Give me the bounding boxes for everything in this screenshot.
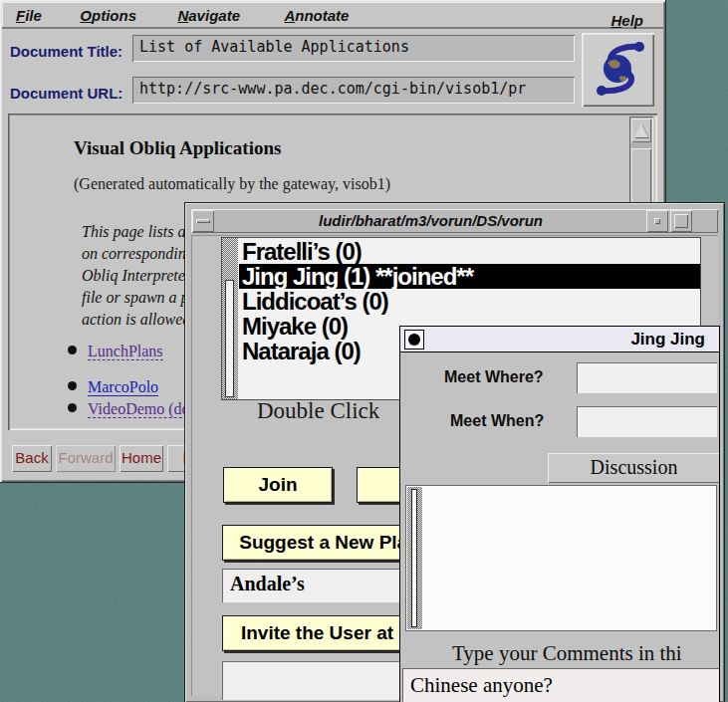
menu-navigate[interactable]: Navigate	[177, 7, 240, 24]
window-title: ludir/bharat/m3/vorun/DS/vorun	[319, 212, 543, 229]
list-item-jingjing-selected[interactable]: Jing Jing (1) **joined**	[239, 264, 700, 289]
comments-textarea[interactable]: Chinese anyone?	[402, 668, 720, 702]
menu-options[interactable]: Options	[80, 7, 136, 24]
browser-menubar: File Options Navigate Annotate Help	[2, 2, 663, 29]
invite-user-button[interactable]: Invite the User at H	[222, 615, 421, 651]
join-button[interactable]: Join	[223, 467, 333, 503]
jingjing-title: Jing Jing	[630, 330, 705, 350]
scrollbar-thumb[interactable]	[411, 489, 417, 627]
list-vertical-scrollbar[interactable]	[222, 238, 238, 399]
minimize-icon[interactable]	[646, 210, 668, 232]
suggest-place-button[interactable]: Suggest a New Plac	[222, 525, 421, 561]
forward-button: Forward	[56, 445, 116, 472]
list-item-fratellis[interactable]: Fratelli’s (0)	[239, 239, 700, 264]
menu-file[interactable]: File	[16, 7, 42, 24]
list-item: LunchPlans	[68, 343, 163, 360]
document-title-label: Document Title:	[10, 43, 122, 60]
empty-input-field[interactable]	[222, 661, 421, 700]
jingjing-titlebar: Jing Jing	[400, 327, 719, 352]
document-url-field[interactable]: http://src-www.pa.dec.com/cgi-bin/visob1…	[132, 77, 575, 104]
meet-where-input[interactable]	[577, 362, 717, 393]
bullet-disc-icon	[68, 403, 77, 412]
menu-help[interactable]: Help	[610, 12, 643, 29]
paragraph-line: Obliq Interprete	[82, 265, 190, 287]
discussion-textarea[interactable]	[405, 485, 717, 631]
radio-dot-icon[interactable]	[404, 330, 424, 350]
double-click-hint: Double Click	[257, 398, 379, 424]
scroll-up-arrow-icon[interactable]	[631, 118, 651, 142]
vorun-body: Fratelli’s (0) Jing Jing (1) **joined** …	[191, 235, 718, 696]
maximize-icon[interactable]	[670, 210, 692, 232]
jingjing-panel: Jing Jing Meet Where? Meet When? Discuss…	[399, 326, 720, 702]
list-item-liddicoats[interactable]: Liddicoat’s (0)	[239, 289, 700, 314]
meet-when-input[interactable]	[577, 406, 717, 437]
bullet-disc-icon	[68, 381, 77, 390]
paragraph-line: file or spawn a p	[82, 287, 190, 309]
vorun-window: ludir/bharat/m3/vorun/DS/vorun Fratelli’…	[185, 203, 724, 702]
paragraph-line: action is allowed	[82, 309, 190, 331]
meet-where-label: Meet Where?	[444, 368, 544, 386]
discussion-scrollbar[interactable]	[407, 487, 422, 629]
document-url-label: Document URL:	[10, 85, 122, 102]
link-videodemo[interactable]: VideoDemo (doc	[88, 400, 197, 418]
place-name-field[interactable]: Andale’s	[222, 569, 421, 602]
back-button[interactable]: Back	[12, 445, 52, 472]
mosaic-globe-icon	[582, 33, 654, 107]
document-title-field[interactable]: List of Available Applications	[132, 35, 575, 62]
paragraph-line: This page lists a	[82, 221, 190, 243]
comments-prompt-label: Type your Comments in thi	[452, 641, 682, 666]
comments-text: Chinese anyone?	[410, 673, 553, 698]
page-paragraph: This page lists a on correspondin Obliq …	[82, 221, 190, 331]
home-button[interactable]: Home	[120, 445, 163, 472]
list-item: MarcoPolo	[68, 378, 158, 396]
scrollbar-thumb[interactable]	[225, 280, 234, 397]
bullet-disc-icon	[68, 346, 77, 354]
discussion-label: Discussion	[548, 453, 720, 483]
page-subheading: (Generated automatically by the gateway,…	[74, 175, 390, 193]
paragraph-line: on correspondin	[82, 243, 190, 265]
vorun-titlebar[interactable]: ludir/bharat/m3/vorun/DS/vorun	[191, 209, 718, 233]
list-item: VideoDemo (doc	[68, 400, 197, 418]
window-menu-icon[interactable]	[192, 210, 214, 232]
link-marcopolo[interactable]: MarcoPolo	[88, 378, 158, 396]
desktop-background: File Options Navigate Annotate Help Docu…	[0, 0, 728, 702]
page-heading: Visual Obliq Applications	[74, 137, 281, 159]
link-lunchplans[interactable]: LunchPlans	[88, 343, 163, 360]
meet-when-label: Meet When?	[450, 412, 544, 430]
menu-annotate[interactable]: Annotate	[284, 7, 349, 24]
